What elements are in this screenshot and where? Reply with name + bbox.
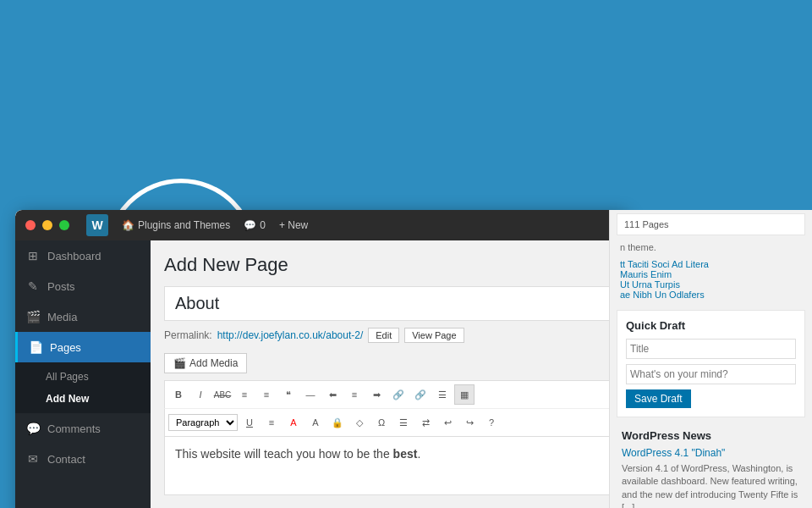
wp-sidebar: ⊞ Dashboard ✎ Posts 🎬 Media 📄 Pages All … (15, 240, 151, 508)
wp-news-title: WordPress News (622, 429, 800, 442)
editor-toolbar-row1: B I ABC ≡ ≡ ❝ — ⬅ ≡ ➡ 🔗 🔗 ☰ ▦ (164, 380, 611, 408)
editor-body[interactable]: This website will teach you how to be th… (164, 436, 611, 495)
news-item-1: tt Taciti Soci Ad Litera (620, 259, 802, 269)
pages-count: 111 Pages (624, 219, 669, 229)
permalink-label: Permalink: (164, 329, 212, 341)
browser-window: W 🏠 Plugins and Themes 💬 0 + New ⊞ Dashb… (15, 210, 624, 508)
wp-news-section: WordPress News WordPress 4.1 "Dinah" Ver… (617, 424, 805, 508)
quick-draft-section: Quick Draft Save Draft (617, 310, 805, 417)
format-select[interactable]: Paragraph (168, 414, 238, 431)
news-items: tt Taciti Soci Ad Litera Mauris Enim Ut … (610, 256, 812, 303)
draft-title-input[interactable] (626, 339, 796, 359)
sidebar-item-pages[interactable]: 📄 Pages (15, 332, 151, 362)
toolbar-hr[interactable]: — (300, 384, 321, 405)
toolbar-link[interactable]: 🔗 (388, 384, 409, 405)
toolbar-redo[interactable]: ↪ (459, 412, 480, 433)
sidebar-item-comments[interactable]: 💬 Comments (15, 413, 151, 444)
toolbar-ul[interactable]: ≡ (234, 384, 255, 405)
traffic-light-red[interactable] (25, 220, 36, 230)
draft-body-input[interactable] (626, 364, 796, 384)
view-page-button[interactable]: View Page (404, 328, 464, 343)
posts-icon: ✎ (25, 279, 41, 293)
toolbar-strikethrough[interactable]: ABC (212, 384, 233, 405)
save-draft-button[interactable]: Save Draft (626, 389, 691, 408)
sidebar-subitem-all-pages[interactable]: All Pages (15, 366, 151, 388)
traffic-light-yellow[interactable] (42, 220, 52, 230)
sidebar-item-label-pages: Pages (50, 341, 81, 354)
page-title: Add New Page (164, 254, 611, 276)
contact-icon: ✉ (25, 452, 41, 466)
toolbar-custom1[interactable]: ◇ (349, 412, 370, 433)
sidebar-item-label-contact: Contact (47, 453, 85, 466)
news-item-3: Ut Urna Turpis (620, 279, 802, 290)
toolbar-undo[interactable]: ↩ (437, 412, 458, 433)
toolbar-align-right[interactable]: ➡ (366, 384, 387, 405)
add-media-button[interactable]: 🎬 Add Media (164, 353, 247, 373)
toolbar-special-chars[interactable]: Ω (371, 412, 392, 433)
toolbar-underline[interactable]: U (239, 412, 260, 433)
toolbar-bg-color[interactable]: A (305, 412, 326, 433)
quick-draft-title: Quick Draft (626, 319, 796, 332)
toolbar-blockquote[interactable]: ❝ (278, 384, 299, 405)
admin-bar-comments[interactable]: 💬 0 (244, 219, 266, 231)
toolbar-outdent[interactable]: ⇄ (415, 412, 436, 433)
toolbar-more[interactable]: ☰ (432, 384, 453, 405)
toolbar-align-left[interactable]: ⬅ (322, 384, 343, 405)
permalink-edit-button[interactable]: Edit (368, 328, 399, 343)
toolbar-bold[interactable]: B (168, 384, 189, 405)
add-media-icon: 🎬 (173, 357, 186, 369)
theme-text: n theme. (610, 239, 812, 256)
news-article-text: Version 4.1 of WordPress, Washington, is… (622, 462, 800, 508)
sidebar-item-label-media: Media (47, 311, 77, 323)
title-bar: W 🏠 Plugins and Themes 💬 0 + New (15, 210, 624, 240)
wp-admin-icon[interactable]: W (86, 214, 108, 236)
news-item-2: Mauris Enim (620, 269, 802, 279)
permalink-url[interactable]: http://dev.joefylan.co.uk/about-2/ (217, 329, 364, 341)
admin-bar-home[interactable]: 🏠 Plugins and Themes (122, 219, 230, 231)
toolbar-italic[interactable]: I (190, 384, 211, 405)
toolbar-paste-word[interactable]: 🔒 (327, 412, 348, 433)
comments-icon: 💬 (25, 422, 41, 435)
wp-content-area: Add New Page Permalink: http://dev.joefy… (151, 240, 624, 508)
media-icon: 🎬 (25, 310, 41, 323)
toolbar-justify[interactable]: ≡ (261, 412, 282, 433)
traffic-light-green[interactable] (59, 220, 69, 230)
post-title-input[interactable] (164, 286, 611, 321)
toolbar-indent[interactable]: ☰ (393, 412, 414, 433)
toolbar-unlink[interactable]: 🔗 (410, 384, 431, 405)
sidebar-item-label-comments: Comments (47, 422, 101, 435)
sidebar-item-dashboard[interactable]: ⊞ Dashboard (15, 240, 151, 271)
wp-admin-layout: ⊞ Dashboard ✎ Posts 🎬 Media 📄 Pages All … (15, 240, 624, 508)
permalink-row: Permalink: http://dev.joefylan.co.uk/abo… (164, 328, 611, 343)
right-panel: 111 Pages n theme. tt Taciti Soci Ad Lit… (609, 210, 812, 508)
admin-bar-new[interactable]: + New (279, 219, 308, 231)
editor-body-text: This website will teach you how to be th… (175, 447, 600, 461)
sidebar-item-posts[interactable]: ✎ Posts (15, 271, 151, 301)
sidebar-item-label-posts: Posts (47, 280, 75, 293)
dashboard-icon: ⊞ (25, 249, 41, 262)
toolbar-kitchen-sink[interactable]: ▦ (454, 384, 475, 405)
sidebar-subitem-add-new[interactable]: Add New (15, 388, 151, 410)
toolbar-help[interactable]: ? (481, 412, 502, 433)
toolbar-align-center[interactable]: ≡ (344, 384, 365, 405)
pages-submenu: All Pages Add New (15, 362, 151, 413)
news-article-link[interactable]: WordPress 4.1 "Dinah" (622, 447, 800, 459)
news-item-4: ae Nibh Un Odlafers (620, 290, 802, 300)
pages-count-bar: 111 Pages (617, 213, 805, 235)
toolbar-text-color[interactable]: A (283, 412, 304, 433)
toolbar-ol[interactable]: ≡ (256, 384, 277, 405)
sidebar-item-media[interactable]: 🎬 Media (15, 301, 151, 332)
admin-bar: W 🏠 Plugins and Themes 💬 0 + New (86, 214, 308, 236)
editor-toolbar-row2: Paragraph U ≡ A A 🔒 ◇ Ω ☰ ⇄ ↩ ↪ ? (164, 408, 611, 436)
sidebar-item-label-dashboard: Dashboard (47, 250, 102, 262)
add-media-label: Add Media (189, 357, 238, 369)
sidebar-item-contact[interactable]: ✉ Contact (15, 444, 151, 474)
wp-main-content: Add New Page Permalink: http://dev.joefy… (151, 240, 624, 508)
pages-icon: 📄 (28, 340, 43, 354)
